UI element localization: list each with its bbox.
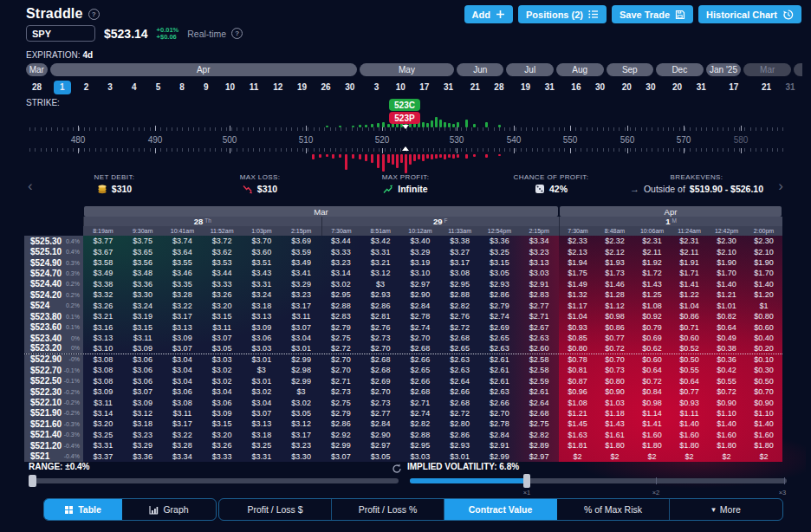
ruler-minor-tick [330, 148, 331, 152]
tab-profit-loss[interactable]: Profit / Loss % [332, 499, 444, 520]
expiration-date-jun-21[interactable]: 21 [463, 80, 487, 94]
stats-prev-chevron[interactable]: ‹ [28, 178, 33, 193]
expiration-date-dec-31[interactable]: 31 [689, 80, 713, 94]
price-cell: $2.90 [360, 431, 400, 439]
expiration-date-apr-3[interactable]: 3 [98, 80, 122, 94]
strike-row-524.40: $524.400.2%$3.38$3.36$3.35$3.33$3.31$3.2… [24, 279, 782, 289]
expiration-date-jan25-17[interactable]: 17 [716, 80, 752, 94]
call-volume-bar [422, 122, 425, 127]
ruler-minor-tick [41, 148, 42, 152]
range-slider-handle[interactable] [29, 475, 36, 487]
expiration-month-may-2[interactable]: May [360, 63, 454, 76]
tab-profit-loss[interactable]: Profit / Loss $ [219, 499, 332, 520]
iv-slider-handle[interactable] [523, 474, 530, 488]
expiration-month-mar-9[interactable]: Mar [743, 63, 791, 76]
price-cell: $1.60 [745, 431, 782, 439]
expiration-date-may-10[interactable]: 10 [388, 80, 412, 94]
ruler-minor-tick [734, 148, 735, 152]
expiration-date-mar-31[interactable]: 31 [778, 80, 802, 94]
expiration-date-apr-19[interactable]: 19 [290, 80, 315, 94]
ruler-minor-tick [635, 127, 636, 131]
ruler-minor-tick [423, 127, 424, 131]
tab-of-max-risk[interactable]: % of Max Risk [557, 499, 670, 520]
put-volume-bar [377, 154, 380, 168]
add-button[interactable]: Add [464, 5, 513, 23]
strike-axis-label-480: 480 [71, 135, 86, 145]
expiration-date-mar-21[interactable]: 21 [755, 80, 779, 94]
ruler-minor-tick [57, 127, 58, 131]
tab-more[interactable]: ▾More [670, 499, 782, 520]
strike-percent: 0.3% [66, 270, 80, 276]
table-time-col-7: 8:51am [360, 226, 400, 236]
expiration-date-sep-20[interactable]: 20 [614, 80, 639, 94]
price-cell: $2.68 [360, 366, 400, 374]
expiration-date-dec-20[interactable]: 20 [665, 80, 690, 94]
price-cell: $3.11 [123, 334, 163, 342]
title-help-icon[interactable]: ? [88, 9, 100, 20]
expiration-date-apr-12[interactable]: 12 [266, 80, 290, 94]
price-cell: $3.26 [202, 441, 242, 450]
expiration-month-aug-5[interactable]: Aug [556, 63, 604, 76]
price-cell: $2.66 [480, 399, 520, 407]
tab-table[interactable]: Table [44, 499, 122, 520]
put-strike-badge[interactable]: 523P [389, 112, 420, 124]
expiration-date-aug-16[interactable]: 16 [564, 80, 588, 94]
expiration-date-jul-31[interactable]: 31 [537, 80, 561, 94]
price-cell: $3.30 [123, 290, 163, 299]
expiration-date-apr-11[interactable]: 11 [242, 80, 266, 94]
expiration-date-aug-30[interactable]: 30 [588, 80, 613, 94]
expiration-date-may-3[interactable]: 3 [365, 80, 389, 94]
put-volume-bar [431, 154, 433, 159]
price-cell: $2.73 [360, 334, 400, 342]
expiration-date-mar-28[interactable]: 28 [26, 80, 48, 94]
expiration-date-apr-5[interactable]: 5 [146, 80, 171, 94]
price-cell: $3.02 [321, 280, 361, 289]
feed-help-icon[interactable]: ? [231, 28, 243, 39]
expiration-month-dec-7[interactable]: Dec [656, 63, 704, 76]
ruler-major-tick [570, 126, 571, 131]
price-cell: $3.28 [163, 441, 203, 450]
historical-chart-button[interactable]: Historical Chart [698, 5, 801, 23]
expiration-date-apr-8[interactable]: 8 [170, 80, 194, 94]
expiration-date-jun-28[interactable]: 28 [487, 80, 511, 94]
call-strike-badge[interactable]: 523C [389, 99, 420, 111]
expiration-date-apr-10[interactable]: 10 [218, 80, 243, 94]
symbol-input[interactable] [26, 25, 95, 42]
expiration-date-jul-19[interactable]: 19 [514, 80, 538, 94]
stat-value: $310 [97, 184, 132, 194]
expiration-date-apr-2[interactable]: 2 [75, 80, 99, 94]
expiration-month-jul-4[interactable]: Jul [506, 63, 554, 76]
expiration-month-sep-6[interactable]: Sep [607, 63, 654, 76]
price-cell: $1.93 [596, 258, 633, 267]
expiration-date-apr-30[interactable]: 30 [338, 80, 362, 94]
put-volume-bar [452, 154, 455, 159]
price-cell: $1.18 [596, 409, 633, 418]
expiration-date-may-31[interactable]: 31 [437, 80, 461, 94]
expiration-month-jun-3[interactable]: Jun [457, 63, 504, 76]
iv-reset-icon[interactable] [392, 462, 402, 477]
price-cell: $0.82 [708, 312, 745, 321]
price-cell: $1.72 [633, 269, 671, 277]
price-cell: $3.07 [242, 409, 282, 418]
ruler-minor-tick [630, 148, 631, 152]
date-group-4: 1931 [514, 80, 561, 94]
positions-2--button[interactable]: Positions (2) [518, 5, 607, 23]
tab-contract-value[interactable]: Contract Value [444, 499, 557, 520]
call-volume-bar [339, 126, 341, 127]
date-group-0: 28 [26, 80, 48, 94]
expiration-month-mar-0[interactable]: Mar [26, 63, 48, 76]
caret-down-icon: ▾ [711, 505, 716, 514]
expiration-month-jan25-8[interactable]: Jan '25 [706, 63, 742, 76]
stats-next-chevron[interactable]: › [778, 178, 783, 193]
expiration-date-apr-26[interactable]: 26 [314, 80, 338, 94]
expiration-month-apr-1[interactable]: Apr [50, 63, 357, 76]
range-slider-track[interactable] [29, 478, 399, 483]
save-trade-button[interactable]: Save Trade [612, 5, 693, 23]
expiration-date-may-17[interactable]: 17 [412, 80, 437, 94]
tab-graph[interactable]: Graph [122, 499, 216, 520]
expiration-date-apr-1[interactable]: 1 [50, 80, 75, 94]
expiration-date-apr-9[interactable]: 9 [194, 80, 218, 94]
expiration-date-apr-4[interactable]: 4 [122, 80, 146, 94]
strike-ruler[interactable]: 480490500510520530540550560570580523C523… [26, 97, 788, 172]
expiration-date-sep-30[interactable]: 30 [639, 80, 663, 94]
